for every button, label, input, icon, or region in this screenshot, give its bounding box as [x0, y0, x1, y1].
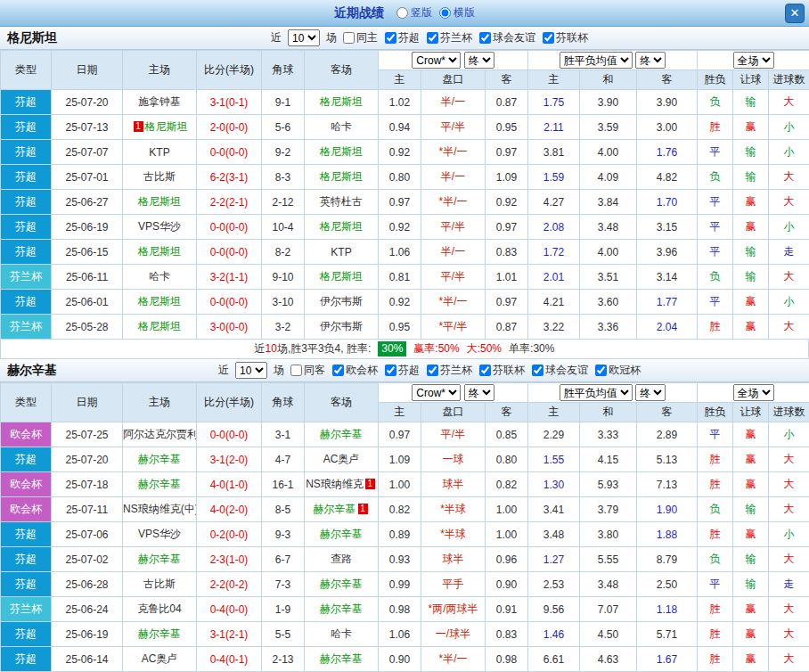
match-row: 芬超25-07-20施拿钟基3-1(0-1)9-1格尼斯坦1.02半/一0.87…: [1, 90, 809, 115]
league-type: 芬超: [1, 572, 52, 597]
scope-select[interactable]: 全场: [733, 52, 774, 69]
ah-away-odds: 0.96: [486, 547, 528, 572]
goals-result: 大: [769, 497, 809, 522]
bookmaker-select[interactable]: Crow*: [412, 52, 461, 69]
horizontal-radio-input[interactable]: [439, 7, 451, 19]
checkbox-input[interactable]: [427, 32, 438, 44]
result: 胜: [698, 597, 733, 622]
match-row: 欧会杯25-07-18赫尔辛基4-0(1-0)16-1NS琅纳维克11.00球半…: [1, 472, 809, 497]
league-type: 芬超: [1, 647, 52, 672]
ah-away-odds: 0.92: [486, 190, 528, 215]
team-name: 赫尔辛基: [7, 363, 57, 379]
goals-result: 小: [769, 140, 809, 165]
ah-away-odds: 0.83: [486, 240, 528, 265]
scope-select[interactable]: 全场: [733, 384, 774, 401]
match-count-select[interactable]: 10: [235, 362, 267, 379]
league-type: 芬超: [1, 290, 52, 315]
score: 0-2(0-0): [197, 522, 262, 547]
checkbox-label: 芬超: [398, 363, 420, 378]
handicap-result: 输: [733, 572, 769, 597]
section-header-bar: 格尼斯坦 近 10 场 同主芬超芬兰杯球会友谊芬联杯: [0, 27, 809, 50]
home-team: 施拿钟基: [123, 90, 197, 115]
league-type: 芬超: [1, 622, 52, 647]
away-team: 伊尔韦斯: [305, 290, 379, 315]
goals-result: 大: [769, 190, 809, 215]
away-team: 格尼斯坦: [305, 90, 379, 115]
checkbox-input[interactable]: [543, 32, 554, 44]
corners: 9-1: [262, 90, 305, 115]
avg-time-select[interactable]: 终: [635, 52, 666, 69]
filter-checkbox[interactable]: 芬兰杯: [427, 30, 472, 45]
asian-odds-group-header: Crow* 终: [379, 51, 528, 70]
checkbox-input[interactable]: [332, 365, 344, 376]
filter-checkbox[interactable]: 同客: [290, 363, 325, 378]
avg-draw-odds: 3.60: [580, 290, 637, 315]
match-count-select[interactable]: 10: [288, 29, 320, 46]
horizontal-layout-radio[interactable]: 横版: [439, 5, 475, 20]
team-label: 赫尔辛基: [320, 652, 363, 665]
vertical-layout-radio[interactable]: 竖版: [396, 5, 432, 20]
avg-time-select[interactable]: 终: [635, 384, 666, 401]
recent-matches-table: 类型 日期 主场 比分(半场) 角球 客场 Crow* 终 胜平负均值 终 全场: [0, 382, 809, 672]
checkbox-input[interactable]: [427, 365, 438, 376]
team-label: 格尼斯坦: [320, 220, 363, 233]
vertical-radio-input[interactable]: [396, 7, 408, 19]
filter-checkbox[interactable]: 欧会杯: [332, 363, 378, 378]
filter-checkbox[interactable]: 欧冠杯: [595, 363, 641, 378]
filter-checkbox[interactable]: 芬超: [385, 363, 420, 378]
col-handicap: 盘口: [421, 70, 486, 90]
checkbox-input[interactable]: [385, 32, 396, 44]
checkbox-input[interactable]: [479, 365, 491, 376]
match-row: 芬超25-06-27格尼斯坦2-2(2-1)2-12英特杜古0.97*半/一0.…: [1, 190, 809, 215]
checkbox-input[interactable]: [532, 365, 543, 376]
home-team: 赫尔辛基: [123, 622, 197, 647]
corners: 8-2: [262, 240, 305, 265]
filter-checkbox[interactable]: 芬兰杯: [427, 363, 472, 378]
filter-checkbox[interactable]: 芬超: [385, 30, 420, 45]
handicap: 球半: [421, 472, 486, 497]
home-team: 哈卡: [123, 265, 197, 290]
filter-checkbox[interactable]: 同主: [343, 30, 378, 45]
filter-checkbox[interactable]: 芬联杯: [479, 363, 525, 378]
handicap: *平/半: [421, 315, 486, 340]
checkbox-input[interactable]: [595, 365, 607, 376]
handicap-result: 赢: [733, 422, 769, 447]
goals-result: 大: [769, 315, 809, 340]
checkbox-input[interactable]: [290, 365, 302, 376]
handicap: 平/半: [421, 265, 486, 290]
checkbox-input[interactable]: [343, 32, 355, 44]
bookmaker-select[interactable]: Crow*: [412, 384, 461, 401]
team-label: 赫尔辛基: [320, 528, 363, 540]
match-row: 芬超25-06-14AC奥卢0-4(0-1)2-13赫尔辛基0.90*半/一0.…: [1, 647, 809, 672]
odds-time-select[interactable]: 终: [464, 384, 494, 401]
away-team: 赫尔辛基: [305, 597, 379, 622]
over-rate: 大:50%: [467, 341, 502, 356]
team-label: 赫尔辛基: [314, 503, 356, 515]
league-type: 欧会杯: [1, 472, 52, 497]
home-team: KTP: [123, 140, 197, 165]
match-row: 芬兰杯25-06-11哈卡3-2(1-1)9-10格尼斯坦0.81平/半1.01…: [1, 265, 809, 290]
handicap-result: 输: [733, 497, 769, 522]
checkbox-input[interactable]: [385, 365, 396, 376]
avg-draw-odds: 3.51: [580, 265, 637, 290]
avg-draw-odds: 7.07: [580, 597, 637, 622]
handicap-result: 输: [733, 547, 769, 572]
filter-checkbox[interactable]: 芬联杯: [543, 30, 588, 45]
close-button[interactable]: ✕: [785, 4, 805, 23]
ah-home-odds: 0.80: [379, 165, 421, 190]
home-team: 阿尔达克尔贾利: [123, 422, 197, 447]
league-type: 芬超: [1, 190, 52, 215]
checkbox-input[interactable]: [479, 32, 491, 44]
col-result: 胜负: [698, 403, 733, 422]
result: 胜: [698, 315, 733, 340]
filter-checkbox[interactable]: 球会友谊: [532, 363, 588, 378]
match-row: 芬超25-07-01古比斯6-2(3-1)8-3格尼斯坦0.80半/一1.091…: [1, 165, 809, 190]
filter-checkbox[interactable]: 球会友谊: [479, 30, 535, 45]
odds-time-select[interactable]: 终: [464, 52, 494, 69]
avg-odds-select[interactable]: 胜平负均值: [560, 384, 633, 401]
avg-odds-select[interactable]: 胜平负均值: [560, 52, 633, 69]
avg-home-odds: 1.72: [528, 240, 580, 265]
league-type: 芬超: [1, 522, 52, 547]
away-team: 查路: [305, 547, 379, 572]
away-team: 赫尔辛基: [305, 647, 379, 672]
